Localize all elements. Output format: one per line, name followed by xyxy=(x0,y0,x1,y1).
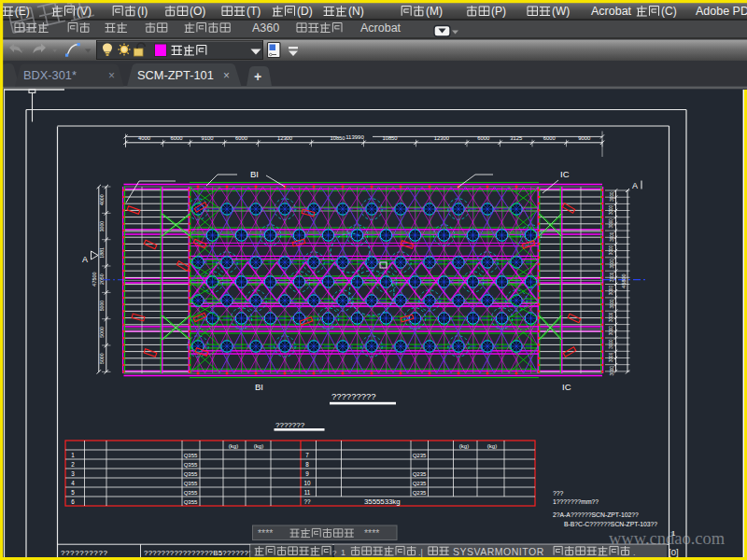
svg-text:.: . xyxy=(633,548,636,557)
svg-text:1881: 1881 xyxy=(99,247,105,259)
svg-text:A: A xyxy=(82,255,88,264)
svg-text:Acrobat: Acrobat xyxy=(360,21,402,35)
svg-text:3000: 3000 xyxy=(610,259,614,269)
svg-text:5000: 5000 xyxy=(99,327,105,338)
svg-text:1: 1 xyxy=(71,452,75,458)
svg-text:3000: 3000 xyxy=(99,221,105,232)
svg-text:3000: 3000 xyxy=(609,352,613,362)
svg-text:(kg): (kg) xyxy=(487,443,497,449)
svg-text:?????????: ????????? xyxy=(331,391,376,401)
svg-text:(C): (C) xyxy=(661,5,677,18)
svg-text:(O): (O) xyxy=(190,5,205,18)
svg-text:Q355: Q355 xyxy=(184,490,198,496)
svg-text:BDX-301*: BDX-301* xyxy=(23,68,77,82)
svg-text:IC: IC xyxy=(562,382,571,392)
svg-text:Q355: Q355 xyxy=(184,471,198,477)
svg-text:45800: 45800 xyxy=(621,273,627,287)
svg-text:10: 10 xyxy=(303,480,311,486)
svg-text:3000: 3000 xyxy=(609,245,613,255)
svg-text:3000: 3000 xyxy=(609,286,613,296)
svg-text:7: 7 xyxy=(305,452,309,458)
svg-text:(M): (M) xyxy=(426,5,443,18)
svg-text:BI: BI xyxy=(250,169,259,179)
svg-text:Acrobat: Acrobat xyxy=(591,5,632,18)
svg-text:????????????????B5???????: ????????????????B5??????? xyxy=(144,549,253,557)
svg-text:1: 1 xyxy=(341,548,345,557)
svg-text:?: ? xyxy=(332,549,337,557)
svg-text:Adobe PD: Adobe PD xyxy=(696,5,747,18)
svg-text:(P): (P) xyxy=(491,5,506,18)
svg-text:(kg): (kg) xyxy=(254,443,263,449)
svg-text:×: × xyxy=(223,69,230,82)
svg-text:Q235: Q235 xyxy=(413,453,427,458)
svg-text:5000: 5000 xyxy=(99,353,105,364)
svg-text:.|: .| xyxy=(418,548,423,557)
svg-text:3000: 3000 xyxy=(610,299,614,309)
svg-text:8: 8 xyxy=(305,461,309,468)
svg-text:3000: 3000 xyxy=(609,312,613,322)
svg-text:3000: 3000 xyxy=(610,326,614,336)
svg-text:IC: IC xyxy=(560,169,570,179)
svg-text:4: 4 xyxy=(71,480,75,486)
svg-text:Q355: Q355 xyxy=(184,499,198,505)
svg-text:4000: 4000 xyxy=(99,194,105,205)
svg-text:(T): (T) xyxy=(247,5,261,18)
svg-text:???: ??? xyxy=(553,490,564,497)
svg-text:www.cndao.com: www.cndao.com xyxy=(609,529,726,548)
svg-text:BI: BI xyxy=(255,382,263,392)
svg-text:2?A-A??????SCN-ZPT-102??: 2?A-A??????SCN-ZPT-102?? xyxy=(553,511,639,518)
svg-text:2: 2 xyxy=(71,461,75,468)
svg-text:3000: 3000 xyxy=(610,366,614,376)
svg-text:+: + xyxy=(254,69,261,84)
svg-text:3555533kg: 3555533kg xyxy=(364,497,401,506)
svg-text:1???????mm??: 1???????mm?? xyxy=(553,498,599,505)
svg-text:A360: A360 xyxy=(252,21,279,35)
svg-text:[0]: [0] xyxy=(669,547,679,557)
svg-text:(N): (N) xyxy=(348,5,364,18)
svg-text:Q235: Q235 xyxy=(413,490,427,496)
svg-text:3000: 3000 xyxy=(610,231,614,242)
svg-text:×: × xyxy=(108,69,115,82)
svg-text:****: **** xyxy=(364,527,379,539)
svg-text:??: ?? xyxy=(303,498,311,505)
svg-text:B-B?C-C??????SCN-ZPT-103??: B-B?C-C??????SCN-ZPT-103?? xyxy=(564,521,657,527)
svg-text:(D): (D) xyxy=(297,5,313,18)
svg-text:(W): (W) xyxy=(552,5,570,18)
svg-text:3000: 3000 xyxy=(609,218,613,229)
svg-text:3000: 3000 xyxy=(609,339,613,349)
svg-text:(kg): (kg) xyxy=(229,443,238,449)
svg-text:9: 9 xyxy=(305,470,309,477)
svg-text:(I): (I) xyxy=(137,5,148,18)
svg-text:2050: 2050 xyxy=(99,273,105,285)
svg-text:5: 5 xyxy=(71,489,75,496)
svg-text:5000: 5000 xyxy=(99,301,105,312)
svg-text:Q355: Q355 xyxy=(184,462,198,468)
svg-text:Q235: Q235 xyxy=(413,481,427,486)
svg-text:6: 6 xyxy=(71,498,75,505)
svg-text:3000: 3000 xyxy=(609,204,613,215)
svg-text:SYSVARMONITOR: SYSVARMONITOR xyxy=(453,546,544,557)
svg-text:Q235: Q235 xyxy=(413,471,427,477)
svg-text:??????????: ?????????? xyxy=(61,549,108,557)
svg-text:???????: ??????? xyxy=(275,421,305,429)
svg-text:A: A xyxy=(632,181,638,190)
svg-text:(kg): (kg) xyxy=(459,443,469,449)
svg-text:3: 3 xyxy=(71,470,75,477)
svg-text:3000: 3000 xyxy=(610,191,614,202)
svg-text:Q355: Q355 xyxy=(184,453,198,458)
svg-text:113990: 113990 xyxy=(345,134,364,140)
svg-text:****: **** xyxy=(258,527,273,539)
svg-text:11: 11 xyxy=(304,489,311,496)
svg-text:Q355: Q355 xyxy=(184,481,198,486)
svg-text:SCM-ZPT-101: SCM-ZPT-101 xyxy=(137,68,214,82)
svg-text:3000: 3000 xyxy=(610,272,614,282)
svg-text:47500: 47500 xyxy=(92,272,97,286)
